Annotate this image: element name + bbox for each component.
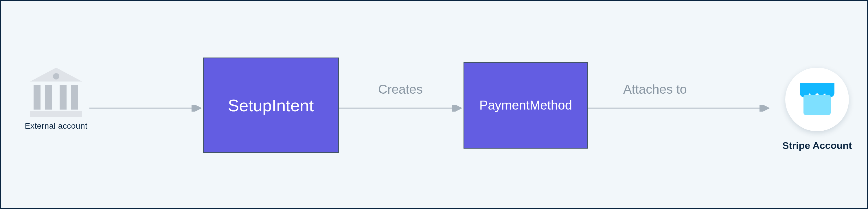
external-account-label: External account [16,121,97,131]
bank-icon [16,68,97,117]
arrow-setupintent-to-paymentmethod [339,105,464,106]
stripe-account-node: Stripe Account [777,68,858,151]
stripe-account-label: Stripe Account [777,140,858,151]
svg-rect-10 [804,95,831,115]
arrow-ext-to-setupintent [89,105,204,106]
svg-rect-2 [34,85,40,110]
stripe-account-circle [785,68,849,131]
arrow-paymentmethod-to-stripe [588,105,772,106]
attaches-to-label: Attaches to [597,82,713,97]
setupintent-node: SetupIntent [203,58,339,153]
storefront-icon [798,81,836,117]
setupintent-label: SetupIntent [228,96,314,115]
svg-rect-5 [71,85,78,110]
svg-point-1 [53,73,59,79]
svg-rect-4 [60,85,66,110]
svg-rect-3 [45,85,52,110]
diagram-frame: External account SetupIntent Creates [0,0,868,209]
external-account-node: External account [16,68,97,131]
creates-label: Creates [343,82,458,97]
paymentmethod-label: PaymentMethod [479,98,572,112]
svg-rect-6 [30,111,82,117]
paymentmethod-node: PaymentMethod [464,62,588,148]
